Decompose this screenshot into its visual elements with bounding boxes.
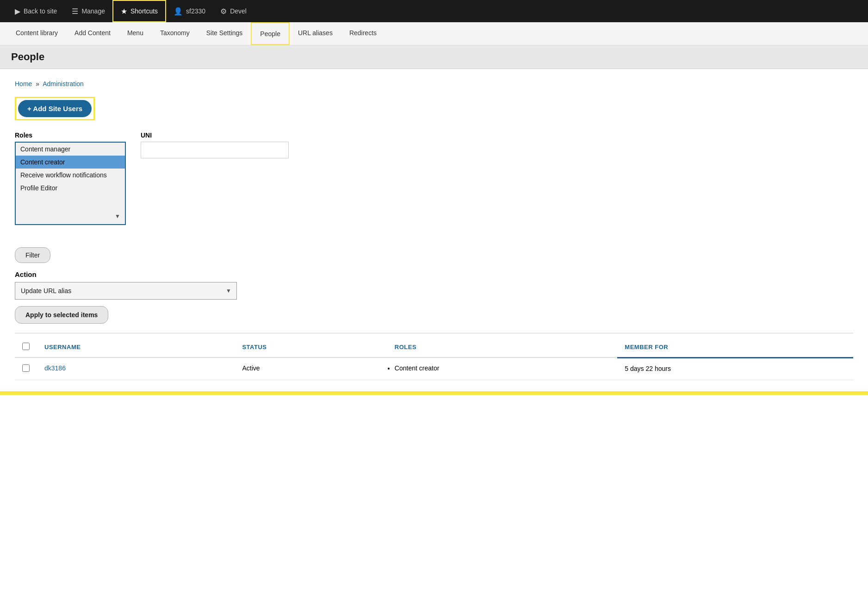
table-header-status[interactable]: STATUS: [235, 337, 387, 357]
page-title: People: [11, 51, 857, 63]
menu-icon: ☰: [72, 7, 78, 16]
star-icon: ★: [121, 7, 127, 16]
roles-chevron-icon: ▼: [115, 213, 120, 219]
role-content-manager[interactable]: Content manager: [16, 143, 125, 156]
action-select-wrapper: Update URL alias Block the selected user…: [15, 282, 237, 300]
devel-menu[interactable]: ⚙ Devel: [213, 0, 254, 22]
nav-people[interactable]: People: [251, 22, 290, 45]
action-section: Action Update URL alias Block the select…: [15, 270, 853, 324]
breadcrumb-home[interactable]: Home: [15, 80, 32, 88]
role-item: Content creator: [395, 364, 610, 372]
role-content-creator[interactable]: Content creator: [16, 156, 125, 169]
table-header-roles: ROLES: [387, 337, 618, 357]
uni-filter: UNI: [141, 132, 289, 158]
user-icon: 👤: [174, 7, 183, 16]
row-status-cell: Active: [235, 357, 387, 380]
roles-list: Content creator: [395, 364, 610, 372]
row-username-cell: dk3186: [37, 357, 235, 380]
roles-label: Roles: [15, 132, 126, 139]
roles-select-box[interactable]: Content manager Content creator Receive …: [15, 142, 126, 225]
nav-content-library[interactable]: Content library: [7, 22, 66, 45]
nav-menu[interactable]: Menu: [119, 22, 152, 45]
nav-redirects[interactable]: Redirects: [341, 22, 385, 45]
nav-taxonomy[interactable]: Taxonomy: [152, 22, 198, 45]
main-content: Home » Administration + Add Site Users R…: [0, 69, 868, 391]
manage-menu[interactable]: ☰ Manage: [64, 0, 112, 22]
uni-label: UNI: [141, 132, 289, 139]
breadcrumb: Home » Administration: [15, 80, 853, 88]
row-checkbox[interactable]: [22, 364, 30, 372]
nav-site-settings[interactable]: Site Settings: [198, 22, 251, 45]
breadcrumb-separator: »: [36, 80, 39, 88]
username-link[interactable]: dk3186: [44, 364, 66, 372]
apply-to-selected-button[interactable]: Apply to selected items: [15, 306, 108, 324]
add-site-users-button[interactable]: + Add Site Users: [18, 100, 92, 117]
row-roles-cell: Content creator: [387, 357, 618, 380]
add-users-wrapper: + Add Site Users: [15, 97, 95, 120]
back-label: Back to site: [24, 7, 57, 15]
back-to-site[interactable]: ▶ Back to site: [7, 0, 64, 22]
roles-filter: Roles Content manager Content creator Re…: [15, 132, 126, 225]
table-header-checkbox: [15, 337, 37, 357]
action-label: Action: [15, 270, 853, 278]
shortcuts-menu[interactable]: ★ Shortcuts: [112, 0, 166, 22]
nav-url-aliases[interactable]: URL aliases: [290, 22, 341, 45]
shortcuts-label: Shortcuts: [130, 7, 158, 15]
row-checkbox-cell: [15, 357, 37, 380]
gear-icon: ⚙: [220, 7, 227, 16]
table-row: dk3186 Active Content creator 5 days 22 …: [15, 357, 853, 380]
filter-button[interactable]: Filter: [15, 247, 50, 263]
filter-section: Roles Content manager Content creator Re…: [15, 132, 853, 225]
breadcrumb-administration[interactable]: Administration: [43, 80, 84, 88]
table-divider: [15, 333, 853, 333]
user-menu[interactable]: 👤 sf2330: [166, 0, 213, 22]
action-select[interactable]: Update URL alias Block the selected user…: [15, 282, 237, 300]
page-header: People: [0, 45, 868, 69]
bottom-highlight-bar: [0, 391, 868, 395]
uni-input[interactable]: [141, 142, 289, 158]
top-navigation: ▶ Back to site ☰ Manage ★ Shortcuts 👤 sf…: [0, 0, 868, 22]
role-workflow-notifications[interactable]: Receive workflow notifications: [16, 169, 125, 182]
secondary-navigation: Content library Add Content Menu Taxonom…: [0, 22, 868, 45]
table-header-member-for[interactable]: MEMBER FOR: [617, 337, 853, 357]
user-label: sf2330: [186, 7, 205, 15]
table-header-username[interactable]: USERNAME: [37, 337, 235, 357]
nav-add-content[interactable]: Add Content: [66, 22, 119, 45]
row-member-for-cell: 5 days 22 hours: [617, 357, 853, 380]
back-icon: ▶: [15, 7, 20, 16]
devel-label: Devel: [230, 7, 247, 15]
role-profile-editor[interactable]: Profile Editor: [16, 182, 125, 194]
select-all-checkbox[interactable]: [22, 343, 30, 350]
users-table: USERNAME STATUS ROLES MEMBER FOR dk3186 …: [15, 337, 853, 380]
manage-label: Manage: [81, 7, 105, 15]
